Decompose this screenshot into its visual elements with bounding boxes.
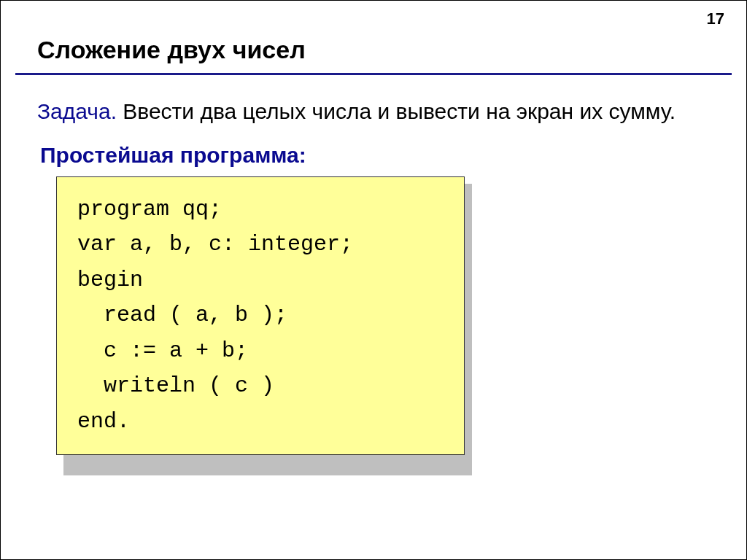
program-subheading: Простейшая программа: [1,127,746,176]
task-block: Задача. Ввести два целых числа и вывести… [1,75,746,127]
code-line: begin [77,262,444,298]
task-label: Задача. [37,99,117,123]
page-number: 17 [707,9,724,28]
code-line: program qq; [77,192,444,228]
code-line: writeln ( c ) [77,368,444,404]
code-container: program qq; var a, b, c: integer; begin … [1,176,746,455]
code-line: var a, b, c: integer; [77,227,444,262]
task-text: Ввести два целых числа и вывести на экра… [117,99,676,123]
code-line: read ( a, b ); [77,298,444,333]
code-box: program qq; var a, b, c: integer; begin … [56,176,465,455]
code-line: c := a + b; [77,333,444,369]
code-line: end. [77,404,444,440]
slide-title: Сложение двух чисел [1,1,746,73]
